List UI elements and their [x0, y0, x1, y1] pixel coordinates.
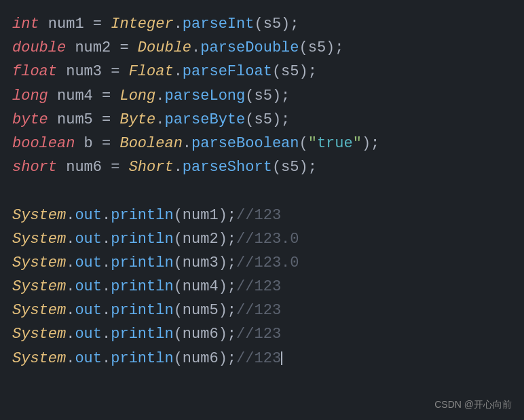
string-quote-close: "	[353, 135, 362, 152]
dot12a: .	[66, 302, 75, 319]
paren8: (num1);	[174, 207, 236, 224]
paren14: (num6);	[174, 350, 236, 367]
system-cls-3: System	[12, 254, 66, 271]
paren2: (s5);	[299, 39, 344, 56]
code-line-9: System.out.println(num2);//123.0	[12, 227, 512, 251]
dot12b: .	[102, 302, 111, 319]
code-line-4: long num4 = Long.parseLong(s5);	[12, 84, 512, 108]
println-7: println	[111, 350, 173, 367]
text-cursor	[281, 351, 282, 365]
comment-2: //123.0	[236, 231, 299, 248]
keyword-double: double	[12, 39, 66, 56]
paren10: (num3);	[174, 254, 236, 271]
class-short: Short	[129, 159, 174, 176]
op-eq: =	[93, 16, 111, 33]
method-parsefloat: parseFloat	[183, 63, 272, 80]
var-num4: num4	[48, 88, 102, 104]
var-num2: num2	[66, 39, 119, 56]
dot10a: .	[66, 254, 75, 271]
string-true: true	[317, 135, 353, 152]
code-line-13: System.out.println(num6);//123	[12, 322, 512, 346]
dot7: .	[174, 159, 183, 176]
keyword-float: float	[12, 63, 57, 80]
dot10b: .	[102, 254, 111, 271]
class-boolean: Boolean	[119, 135, 182, 152]
method-parsebyte: parseByte	[164, 111, 245, 128]
system-cls-2: System	[12, 231, 66, 248]
code-line-10: System.out.println(num3);//123.0	[12, 251, 512, 275]
code-editor: int num1 = Integer.parseInt(s5); double …	[0, 0, 524, 420]
op-eq5: =	[102, 111, 119, 128]
dot11b: .	[102, 278, 111, 295]
class-integer: Integer	[111, 16, 173, 33]
system-cls-7: System	[12, 350, 66, 367]
dot4: .	[155, 88, 164, 104]
code-line-8: System.out.println(num1);//123	[12, 204, 512, 227]
paren4: (s5);	[245, 88, 290, 104]
method-parseboolean: parseBoolean	[191, 135, 299, 152]
keyword-boolean: boolean	[12, 135, 75, 152]
var-num1: num1	[39, 16, 93, 33]
dot8b: .	[102, 207, 111, 224]
keyword-short: short	[12, 159, 57, 176]
method-parsedouble: parseDouble	[200, 39, 299, 56]
op-eq7: =	[111, 159, 128, 176]
system-cls-5: System	[12, 302, 66, 319]
watermark: CSDN @开心向前	[434, 397, 512, 412]
paren7: (s5);	[272, 159, 317, 176]
keyword-int: int	[12, 16, 39, 33]
code-line-5: byte num5 = Byte.parseByte(s5);	[12, 108, 512, 132]
code-line-1: int num1 = Integer.parseInt(s5);	[12, 12, 512, 36]
out-7: out	[75, 350, 102, 367]
dot13b: .	[102, 326, 111, 343]
keyword-byte: byte	[12, 111, 48, 128]
code-line-3: float num3 = Float.parseFloat(s5);	[12, 60, 512, 83]
code-line-7: short num6 = Short.parseShort(s5);	[12, 155, 512, 179]
dot9b: .	[102, 231, 111, 248]
dot11a: .	[66, 278, 75, 295]
dot9a: .	[66, 231, 75, 248]
method-parseint: parseInt	[183, 16, 255, 33]
system-cls-1: System	[12, 207, 66, 224]
println-6: println	[111, 326, 173, 343]
var-num3: num3	[57, 63, 111, 80]
system-cls-6: System	[12, 326, 66, 343]
var-num6: num6	[57, 159, 111, 176]
code-line-14: System.out.println(num6);//123	[12, 347, 512, 370]
paren12: (num5);	[174, 302, 236, 319]
method-parselong: parseLong	[164, 88, 245, 104]
dot2: .	[191, 39, 200, 56]
comment-3: //123.0	[236, 254, 299, 271]
dot8a: .	[66, 207, 75, 224]
string-quote-open: "	[308, 135, 317, 152]
paren6a: (	[299, 135, 308, 152]
code-line-6: boolean b = Boolean.parseBoolean("true")…	[12, 132, 512, 155]
var-b: b	[75, 135, 102, 152]
keyword-long: long	[12, 88, 48, 104]
comment-7: //123	[236, 350, 281, 367]
paren13: (num6);	[174, 326, 236, 343]
code-line-2: double num2 = Double.parseDouble(s5);	[12, 36, 512, 60]
class-long: Long	[119, 88, 155, 104]
comment-4: //123	[236, 278, 281, 295]
code-line-11: System.out.println(num4);//123	[12, 275, 512, 299]
println-2: println	[111, 231, 173, 248]
class-byte: Byte	[119, 111, 155, 128]
println-5: println	[111, 302, 173, 319]
println-3: println	[111, 254, 173, 271]
dot14a: .	[66, 350, 75, 367]
class-double: Double	[138, 39, 191, 56]
out-3: out	[75, 254, 102, 271]
dot5: .	[155, 111, 164, 128]
code-line-12: System.out.println(num5);//123	[12, 299, 512, 322]
out-4: out	[75, 278, 102, 295]
paren9: (num2);	[174, 231, 236, 248]
class-float: Float	[129, 63, 174, 80]
paren1: (s5);	[254, 16, 299, 33]
println-1: println	[111, 207, 173, 224]
paren11: (num4);	[174, 278, 236, 295]
op-eq3: =	[111, 63, 128, 80]
paren6b: );	[362, 135, 379, 152]
dot1: .	[174, 16, 183, 33]
out-6: out	[75, 326, 102, 343]
